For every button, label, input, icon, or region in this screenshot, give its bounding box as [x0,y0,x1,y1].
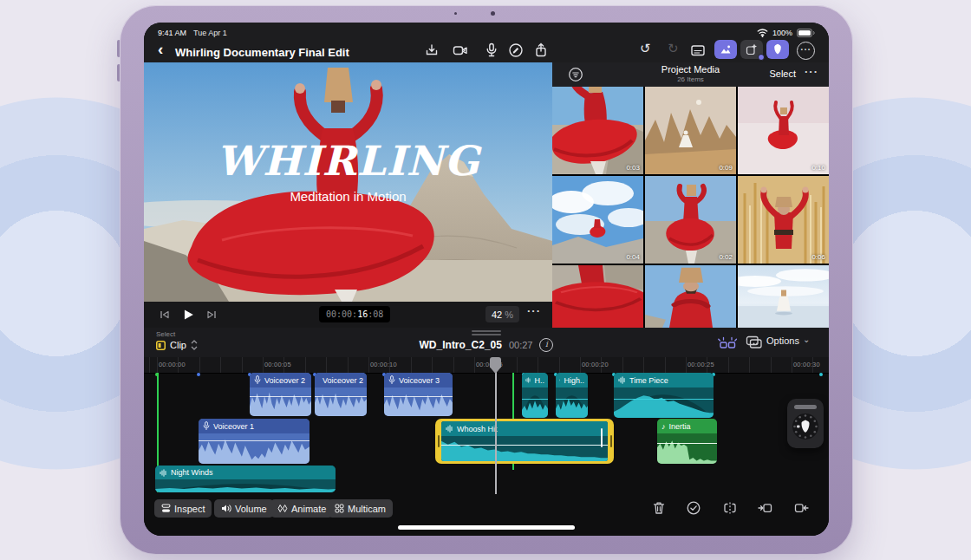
sfx-waveform-icon [618,376,626,384]
jog-dial-icon [791,412,820,441]
media-thumbnail-6[interactable]: 0:06 [738,176,829,264]
clip-inertia[interactable]: ♪Inertia [657,419,717,464]
connect-clips-icon[interactable] [718,335,737,350]
options-button[interactable]: Options ⌄ [766,335,810,346]
thumbnail-image [738,176,829,264]
zoom-level-control[interactable]: 42 % [486,306,519,322]
media-thumbnail-5[interactable]: 0:02 [645,176,736,264]
media-browser-button[interactable] [714,40,737,59]
clip-voiceover-1[interactable]: Voiceover 1 [199,419,310,464]
media-more-icon[interactable]: ··· [805,65,818,78]
insert-after-icon[interactable] [793,500,809,516]
trim-handle-left[interactable] [438,435,440,447]
multicam-button[interactable]: Multicam [328,499,393,518]
clip-duration-badge: 0:03 [626,164,640,172]
timeline-ruler[interactable]: 00:00:00 00:00:05 00:00:10 00:00:15 00:0… [144,357,829,374]
animate-diamonds-icon [277,504,288,513]
sensor-dot [454,12,457,15]
viewer-more-icon[interactable]: ··· [527,304,541,317]
thumbnail-image [552,176,643,264]
media-thumbnail-4[interactable]: 0:04 [552,176,643,264]
trim-handle-right[interactable] [610,435,612,447]
effects-button[interactable] [740,40,763,59]
clip-label: Voiceover 3 [399,376,440,385]
multicam-overlay-icon[interactable] [746,335,763,350]
timeline-clips-area[interactable]: Voiceover 2 Voiceover 2 Voiceover 3 H.. … [144,373,829,496]
media-thumbnail-1[interactable]: 0:03 [552,87,643,174]
delete-icon[interactable] [651,500,667,516]
select-button[interactable]: Select [769,68,796,79]
info-icon[interactable]: i [539,338,553,352]
trim-indicator[interactable] [601,428,603,447]
clip-high[interactable]: High.. [556,373,588,418]
front-camera [491,11,495,16]
clip-whoosh-hit-selected[interactable]: Whoosh Hit [435,419,614,464]
insert-before-icon[interactable] [758,500,773,516]
clip-label: Voiceover 1 [213,422,254,431]
jog-toggle-button[interactable] [766,40,789,59]
battery-percent: 100% [772,29,792,37]
previous-frame-button[interactable] [160,309,170,320]
media-thumbnail-9[interactable] [738,265,829,328]
clip-voiceover-2a[interactable]: Voiceover 2 [250,373,311,416]
wifi-icon [757,29,768,37]
clip-label: H.. [534,376,544,385]
back-button[interactable]: ‹ [158,39,170,62]
ipad-screen: 9:41 AM Tue Apr 1 100% ‹ [144,23,829,536]
music-note-icon: ♪ [661,422,666,431]
selected-clip-name: WD_Intro_C2_05 [420,339,502,351]
top-bar: 9:41 AM Tue Apr 1 100% ‹ [144,23,829,62]
photos-icon [719,42,733,56]
inspect-button[interactable]: Inspect [154,499,212,518]
clip-time-piece[interactable]: Time Piece [614,373,714,418]
sfx-waveform-icon [559,376,560,384]
next-frame-button[interactable] [206,309,217,320]
clip-label: High.. [564,376,584,385]
thumbnail-image [738,87,829,174]
battery-icon [797,29,815,37]
media-thumbnail-8[interactable] [645,265,736,328]
microphone-icon[interactable] [484,42,499,58]
pencil-icon[interactable] [508,42,524,58]
undo-icon[interactable]: ↺ [640,41,651,56]
zoom-value: 42 [492,309,502,320]
share-icon[interactable] [533,42,549,58]
animate-button[interactable]: Animate [270,499,333,518]
status-date: Tue Apr 1 [193,29,227,37]
media-thumbnail-2[interactable]: 0:09 [645,87,736,174]
ruler-label: 00:00:20 [582,361,609,368]
jog-drag-handle[interactable] [794,405,817,409]
clip-voiceover-2b[interactable]: Voiceover 2 [315,373,367,416]
import-icon[interactable] [424,42,440,58]
enable-clip-icon[interactable] [686,500,701,516]
clip-night-winds[interactable]: Night Winds [155,466,336,492]
more-options-icon[interactable]: ··· [797,42,815,60]
mic-icon [254,375,261,385]
clip-voiceover-3[interactable]: Voiceover 3 [384,373,453,416]
volume-button[interactable]: Volume [214,499,274,518]
sfx-waveform-icon [525,376,531,384]
ruler-label: 00:00:25 [688,361,714,368]
clip-h[interactable]: H.. [522,373,548,418]
media-thumbnail-3[interactable]: 0:10 [738,87,829,174]
redo-icon: ↻ [668,41,679,56]
video-viewer[interactable]: WHIRLING Meditation in Motion [144,62,552,302]
zoom-unit: % [505,309,513,320]
clip-label: Voiceover 2 [264,376,305,385]
play-button[interactable] [182,309,194,321]
clip-label: Night Winds [171,468,213,477]
camera-icon[interactable] [453,42,468,58]
split-clip-icon[interactable] [722,500,738,516]
timecode-display[interactable]: 00:00:16:08 [319,306,390,322]
effects-badge [758,54,765,61]
thumbnail-image [645,265,736,328]
marker-dot [819,373,823,376]
clip-label: Whoosh Hit [457,425,498,433]
home-indicator[interactable] [398,525,575,530]
jog-wheel[interactable] [787,399,824,448]
multicam-label: Multicam [348,504,386,514]
titles-icon[interactable] [690,42,706,58]
playhead-line[interactable] [495,357,497,494]
timecode-frames: :08 [368,309,383,319]
media-thumbnail-7[interactable] [552,265,643,328]
